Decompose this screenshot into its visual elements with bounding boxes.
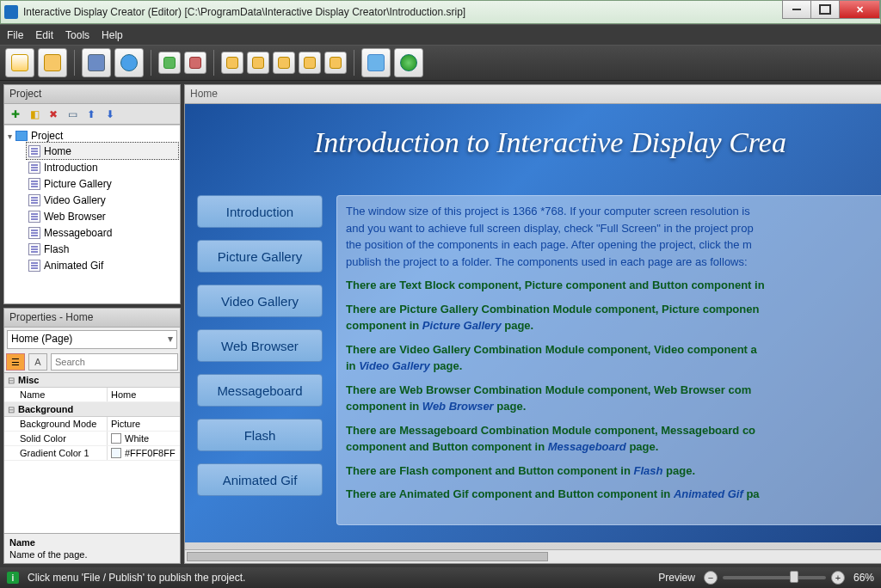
prop-key: Background Mode [4, 417, 108, 431]
categorized-view-button[interactable]: ☰ [6, 353, 25, 371]
tree-item-video-gallery[interactable]: Video Gallery [27, 192, 178, 208]
tree-item-picture-gallery[interactable]: Picture Gallery [27, 175, 178, 192]
breadcrumb[interactable]: Home [185, 85, 881, 104]
canvas-panel: Home Introduction to Interactive Display… [184, 84, 881, 564]
remove-component-button[interactable] [184, 52, 206, 74]
canvas-nav-picture-gallery[interactable]: Picture Gallery [197, 240, 323, 273]
preview-label[interactable]: Preview [658, 572, 695, 584]
prop-row-bgmode[interactable]: Background Mode Picture [4, 417, 180, 432]
prop-value[interactable]: Picture [108, 417, 180, 431]
canvas-heading[interactable]: Introduction to Interactive Display Crea [314, 126, 881, 159]
minus-icon [189, 57, 201, 69]
plus-icon [163, 57, 176, 69]
prop-row-grad1[interactable]: Gradient Color 1 #FFF0F8FF [4, 446, 180, 461]
zoom-controls: − + [704, 571, 845, 585]
menu-help[interactable]: Help [102, 29, 123, 41]
page-icon [28, 243, 40, 255]
new-icon [11, 54, 28, 71]
page-icon [28, 178, 40, 190]
tree-item-label: Introduction [44, 162, 98, 174]
page-canvas[interactable]: Introduction to Interactive Display Crea… [185, 104, 881, 542]
preview-button[interactable] [114, 48, 144, 77]
new-button[interactable] [5, 48, 34, 77]
open-icon [44, 54, 61, 71]
align-icon [330, 57, 342, 69]
tree-item-label: Home [44, 145, 71, 157]
zoom-out-button[interactable]: − [704, 571, 718, 585]
project-tree[interactable]: ▾ Project Home Introduction Picture Gall… [4, 125, 180, 303]
align-button-4[interactable] [299, 52, 321, 74]
canvas-nav-video-gallery[interactable]: Video Gallery [197, 285, 323, 317]
alphabetical-view-button[interactable]: A [28, 353, 47, 371]
delete-page-button[interactable]: ✖ [46, 107, 61, 122]
move-up-button[interactable]: ⬆ [83, 107, 99, 122]
info-icon: i [7, 572, 19, 584]
canvas-nav-animated-gif[interactable]: Animated Gif [197, 463, 323, 496]
open-button[interactable] [38, 48, 67, 77]
property-grid[interactable]: Misc Name Home Background Background Mod… [4, 372, 180, 533]
canvas-nav-flash[interactable]: Flash [197, 419, 323, 451]
properties-search-input[interactable] [51, 353, 178, 371]
horizontal-scrollbar[interactable] [185, 549, 881, 563]
rename-button[interactable]: ▭ [65, 107, 80, 122]
prop-value[interactable]: #FFF0F8FF [108, 446, 180, 460]
tree-item-label: Animated Gif [44, 260, 103, 272]
align-button-1[interactable] [221, 52, 243, 74]
close-button[interactable] [839, 0, 880, 19]
add-page-button[interactable]: ✚ [8, 107, 23, 122]
tree-root[interactable]: ▾ Project [6, 129, 178, 143]
publish-button[interactable] [394, 48, 423, 77]
zoom-thumb[interactable] [790, 571, 798, 583]
maximize-button[interactable] [810, 0, 840, 19]
main-toolbar [0, 45, 881, 81]
color-swatch-icon [111, 448, 121, 458]
align-icon [226, 57, 238, 69]
globe-icon [400, 54, 417, 71]
move-down-button[interactable]: ⬇ [102, 107, 118, 122]
menu-edit[interactable]: Edit [35, 29, 53, 41]
add-folder-button[interactable]: ◧ [27, 107, 42, 122]
prop-value[interactable]: Home [108, 388, 180, 401]
tree-item-home[interactable]: Home [27, 143, 178, 159]
color-swatch-icon [111, 433, 121, 444]
project-panel: Project ✚ ◧ ✖ ▭ ⬆ ⬇ ▾ Project Home Intro… [3, 84, 181, 304]
canvas-viewport[interactable]: Introduction to Interactive Display Crea… [185, 104, 881, 542]
prop-key: Solid Color [4, 432, 108, 445]
page-icon [28, 260, 40, 272]
minimize-button[interactable] [782, 0, 811, 19]
canvas-nav-web-browser[interactable]: Web Browser [197, 329, 323, 362]
tree-item-messageboard[interactable]: Messageboard [27, 224, 178, 241]
tree-item-flash[interactable]: Flash [27, 241, 178, 257]
add-component-button[interactable] [158, 52, 181, 74]
prop-row-solid[interactable]: Solid Color White [4, 432, 180, 446]
tree-item-animated-gif[interactable]: Animated Gif [27, 257, 178, 273]
tree-item-label: Flash [44, 243, 69, 255]
prop-group-misc[interactable]: Misc [4, 373, 180, 388]
menu-file[interactable]: File [7, 29, 23, 41]
tree-item-web-browser[interactable]: Web Browser [27, 208, 178, 224]
page-icon [28, 145, 40, 157]
canvas-nav-messageboard[interactable]: Messageboard [197, 374, 323, 407]
align-button-5[interactable] [324, 52, 347, 74]
page-icon [28, 194, 40, 206]
menu-tools[interactable]: Tools [65, 29, 89, 41]
tree-item-introduction[interactable]: Introduction [27, 159, 178, 175]
align-icon [278, 57, 290, 69]
align-button-3[interactable] [273, 52, 295, 74]
properties-object-selector[interactable]: Home (Page) [7, 330, 177, 349]
save-button[interactable] [82, 48, 111, 77]
zoom-in-button[interactable]: + [831, 571, 845, 585]
zoom-value: 66% [853, 572, 874, 584]
project-icon [15, 131, 28, 141]
prop-row-name[interactable]: Name Home [4, 388, 180, 402]
cart-button[interactable] [361, 48, 391, 77]
prop-value[interactable]: White [108, 432, 180, 445]
cart-icon [367, 54, 385, 71]
align-icon [304, 57, 316, 69]
canvas-nav-introduction[interactable]: Introduction [197, 195, 323, 228]
align-button-2[interactable] [247, 52, 269, 74]
canvas-text-block[interactable]: The window size of this project is 1366 … [336, 195, 881, 525]
prop-group-background[interactable]: Background [4, 402, 180, 417]
zoom-slider[interactable] [723, 576, 826, 579]
page-icon [28, 211, 40, 223]
